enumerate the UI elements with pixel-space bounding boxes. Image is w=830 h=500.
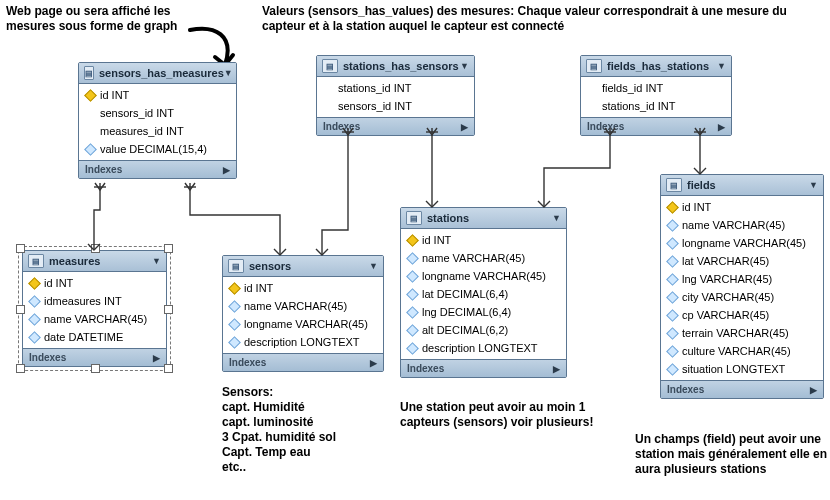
- entity-header[interactable]: ▤ sensors_has_measures ▼: [79, 63, 236, 84]
- collapse-icon[interactable]: ▼: [369, 261, 378, 271]
- resize-handle-se[interactable]: [164, 364, 173, 373]
- indexes-bar[interactable]: Indexes ▶: [661, 380, 823, 398]
- indexes-bar[interactable]: Indexes ▶: [401, 359, 566, 377]
- entity-header[interactable]: ▤ fields ▼: [661, 175, 823, 196]
- indexes-bar[interactable]: Indexes ▶: [223, 353, 383, 371]
- column-text: id INT: [100, 89, 129, 101]
- column-row[interactable]: lat VARCHAR(45): [661, 252, 823, 270]
- column-text: idmeasures INT: [44, 295, 122, 307]
- expand-icon[interactable]: ▶: [553, 364, 560, 374]
- table-icon: ▤: [666, 178, 682, 192]
- column-row[interactable]: longname VARCHAR(45): [223, 315, 383, 333]
- entity-header[interactable]: ▤ stations ▼: [401, 208, 566, 229]
- expand-icon[interactable]: ▶: [370, 358, 377, 368]
- column-icon: [323, 83, 333, 93]
- column-text: lat DECIMAL(6,4): [422, 288, 508, 300]
- column-row[interactable]: value DECIMAL(15,4): [79, 140, 236, 158]
- column-row[interactable]: stations_id INT: [317, 79, 474, 97]
- column-row[interactable]: lat DECIMAL(6,4): [401, 285, 566, 303]
- entity-header[interactable]: ▤ fields_has_stations ▼: [581, 56, 731, 77]
- column-row[interactable]: lng VARCHAR(45): [661, 270, 823, 288]
- entity-header[interactable]: ▤ measures ▼: [23, 251, 166, 272]
- column-row[interactable]: id INT: [79, 86, 236, 104]
- resize-handle-ne[interactable]: [164, 244, 173, 253]
- column-text: description LONGTEXT: [244, 336, 360, 348]
- column-row[interactable]: cp VARCHAR(45): [661, 306, 823, 324]
- column-row[interactable]: name VARCHAR(45): [23, 310, 166, 328]
- column-text: stations_id INT: [602, 100, 675, 112]
- indexes-label: Indexes: [323, 121, 360, 132]
- entity-measures[interactable]: ▤ measures ▼ id INTidmeasures INTname VA…: [22, 250, 167, 367]
- resize-handle-n[interactable]: [91, 244, 100, 253]
- column-row[interactable]: longname VARCHAR(45): [661, 234, 823, 252]
- collapse-icon[interactable]: ▼: [717, 61, 726, 71]
- column-row[interactable]: id INT: [401, 231, 566, 249]
- collapse-icon[interactable]: ▼: [460, 61, 469, 71]
- expand-icon[interactable]: ▶: [223, 165, 230, 175]
- column-row[interactable]: measures_id INT: [79, 122, 236, 140]
- resize-handle-nw[interactable]: [16, 244, 25, 253]
- indexes-bar[interactable]: Indexes ▶: [79, 160, 236, 178]
- attribute-icon: [407, 271, 417, 281]
- column-row[interactable]: id INT: [223, 279, 383, 297]
- column-row[interactable]: fields_id INT: [581, 79, 731, 97]
- column-row[interactable]: sensors_id INT: [79, 104, 236, 122]
- attribute-icon: [85, 144, 95, 154]
- expand-icon[interactable]: ▶: [810, 385, 817, 395]
- column-row[interactable]: sensors_id INT: [317, 97, 474, 115]
- indexes-bar[interactable]: Indexes ▶: [581, 117, 731, 135]
- entity-sensors[interactable]: ▤ sensors ▼ id INTname VARCHAR(45)longna…: [222, 255, 384, 372]
- column-row[interactable]: description LONGTEXT: [223, 333, 383, 351]
- resize-handle-e[interactable]: [164, 305, 173, 314]
- erd-canvas[interactable]: Web page ou sera affiché les mesures sou…: [0, 0, 830, 500]
- entity-stations[interactable]: ▤ stations ▼ id INTname VARCHAR(45)longn…: [400, 207, 567, 378]
- indexes-bar[interactable]: Indexes ▶: [317, 117, 474, 135]
- entity-header[interactable]: ▤ sensors ▼: [223, 256, 383, 277]
- column-text: fields_id INT: [602, 82, 663, 94]
- column-row[interactable]: description LONGTEXT: [401, 339, 566, 357]
- collapse-icon[interactable]: ▼: [552, 213, 561, 223]
- resize-handle-sw[interactable]: [16, 364, 25, 373]
- annotation-webpage: Web page ou sera affiché les mesures sou…: [6, 4, 196, 34]
- entity-title: fields_has_stations: [607, 60, 709, 72]
- entity-fields[interactable]: ▤ fields ▼ id INTname VARCHAR(45)longnam…: [660, 174, 824, 399]
- column-row[interactable]: date DATETIME: [23, 328, 166, 346]
- entity-fields-has-stations[interactable]: ▤ fields_has_stations ▼ fields_id INTsta…: [580, 55, 732, 136]
- column-text: name VARCHAR(45): [244, 300, 347, 312]
- column-row[interactable]: culture VARCHAR(45): [661, 342, 823, 360]
- entity-header[interactable]: ▤ stations_has_sensors ▼: [317, 56, 474, 77]
- column-row[interactable]: situation LONGTEXT: [661, 360, 823, 378]
- expand-icon[interactable]: ▶: [718, 122, 725, 132]
- column-row[interactable]: id INT: [661, 198, 823, 216]
- column-row[interactable]: stations_id INT: [581, 97, 731, 115]
- attribute-icon: [667, 364, 677, 374]
- collapse-icon[interactable]: ▼: [809, 180, 818, 190]
- attribute-icon: [407, 253, 417, 263]
- column-row[interactable]: alt DECIMAL(6,2): [401, 321, 566, 339]
- column-row[interactable]: longname VARCHAR(45): [401, 267, 566, 285]
- column-row[interactable]: city VARCHAR(45): [661, 288, 823, 306]
- resize-handle-w[interactable]: [16, 305, 25, 314]
- collapse-icon[interactable]: ▼: [152, 256, 161, 266]
- column-row[interactable]: lng DECIMAL(6,4): [401, 303, 566, 321]
- entity-stations-has-sensors[interactable]: ▤ stations_has_sensors ▼ stations_id INT…: [316, 55, 475, 136]
- collapse-icon[interactable]: ▼: [224, 68, 233, 78]
- entity-title: stations: [427, 212, 469, 224]
- table-icon: ▤: [228, 259, 244, 273]
- expand-icon[interactable]: ▶: [461, 122, 468, 132]
- column-row[interactable]: terrain VARCHAR(45): [661, 324, 823, 342]
- column-row[interactable]: name VARCHAR(45): [661, 216, 823, 234]
- column-row[interactable]: id INT: [23, 274, 166, 292]
- indexes-label: Indexes: [667, 384, 704, 395]
- entity-sensors-has-measures[interactable]: ▤ sensors_has_measures ▼ id INTsensors_i…: [78, 62, 237, 179]
- entity-title: stations_has_sensors: [343, 60, 459, 72]
- table-icon: ▤: [406, 211, 422, 225]
- column-row[interactable]: idmeasures INT: [23, 292, 166, 310]
- resize-handle-s[interactable]: [91, 364, 100, 373]
- expand-icon[interactable]: ▶: [153, 353, 160, 363]
- column-row[interactable]: name VARCHAR(45): [401, 249, 566, 267]
- attribute-icon: [667, 292, 677, 302]
- column-row[interactable]: name VARCHAR(45): [223, 297, 383, 315]
- annotation-sensors-list: Sensors: capt. Humidité capt. luminosité…: [222, 385, 392, 475]
- column-text: id INT: [682, 201, 711, 213]
